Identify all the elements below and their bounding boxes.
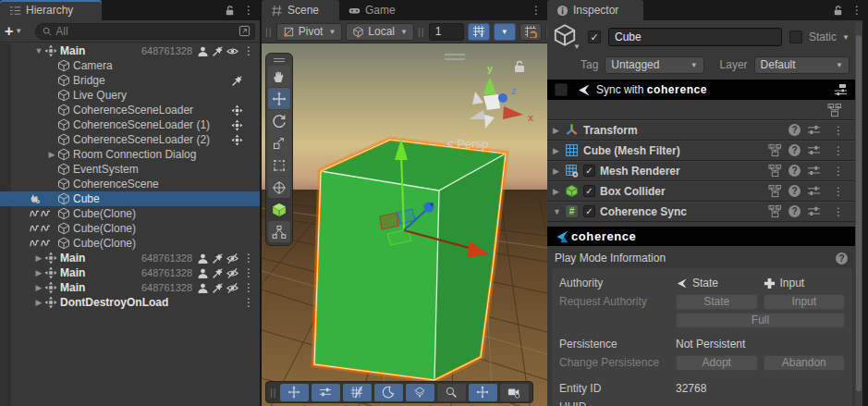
network-icon[interactable] (768, 143, 782, 157)
request-input-button[interactable]: Input (764, 294, 846, 310)
row-options-icon[interactable]: ⋮ (241, 44, 256, 57)
hierarchy-row[interactable]: ▶Room Connection Dialog (0, 147, 260, 162)
hierarchy-row[interactable]: CoherenceSceneLoader (1) (0, 117, 260, 132)
expand-arrow[interactable]: ▼ (33, 46, 44, 55)
gameobject-cube-icon[interactable]: ▼ (553, 23, 581, 51)
component-enabled-checkbox[interactable]: ✓ (583, 185, 595, 197)
hierarchy-search[interactable] (35, 23, 255, 40)
search-input[interactable] (55, 25, 238, 38)
preset-icon[interactable] (807, 204, 821, 218)
rect-tool-button[interactable] (268, 154, 290, 176)
view-options-overlay-button[interactable] (406, 384, 434, 401)
component-menu-icon[interactable]: ⋮ (827, 205, 850, 218)
pinoff-icon[interactable] (212, 267, 224, 279)
transform-tool-button[interactable] (268, 177, 290, 198)
preset-icon[interactable] (807, 164, 821, 178)
hierarchy-row[interactable]: Camera (0, 58, 260, 73)
hierarchy-row[interactable]: Cube(Clone) (0, 206, 260, 221)
preset-icon[interactable] (807, 143, 821, 157)
expand-arrow[interactable]: ▶ (553, 187, 565, 196)
scene-icon[interactable] (231, 134, 243, 146)
pinoff-icon[interactable] (231, 75, 243, 87)
sync-config-icon[interactable] (834, 83, 848, 97)
layer-dropdown[interactable]: Default ▼ (754, 56, 850, 74)
component-header[interactable]: ▶Cube (Mesh Filter)?⋮ (547, 141, 855, 161)
overlay-bar-grip[interactable]: || (270, 387, 277, 398)
scale-tool-button[interactable] (268, 132, 290, 154)
expand-arrow[interactable]: ▶ (553, 166, 565, 176)
network-icon[interactable] (768, 164, 782, 178)
expand-arrow[interactable]: ▼ (553, 207, 565, 216)
network-icon[interactable] (768, 184, 782, 198)
active-checkbox[interactable]: ✓ (588, 31, 601, 43)
expand-arrow[interactable]: ▶ (33, 298, 44, 307)
lighting-overlay-button[interactable] (374, 384, 403, 401)
grid-size-field[interactable] (429, 23, 464, 41)
palette-drag-handle[interactable] (268, 56, 290, 64)
help-icon[interactable]: ? (789, 165, 801, 177)
sync-checkbox[interactable] (555, 83, 568, 96)
tools-overlay-button[interactable] (280, 384, 309, 401)
component-header[interactable]: ▶✓Box Collider?⋮ (547, 181, 855, 202)
tab-inspector[interactable]: Inspector (547, 0, 643, 20)
expand-arrow[interactable]: ▶ (46, 150, 57, 159)
component-menu-icon[interactable]: ⋮ (827, 144, 850, 157)
hierarchy-row[interactable]: ▶DontDestroyOnLoad⋮ (0, 295, 260, 310)
help-icon[interactable]: ? (789, 144, 801, 156)
adopt-button[interactable]: Adopt (676, 355, 758, 371)
eyeoff-icon[interactable] (226, 267, 238, 279)
expand-arrow[interactable]: ▶ (33, 283, 44, 292)
help-icon[interactable]: ? (789, 185, 801, 197)
expand-arrow[interactable]: ▶ (33, 253, 44, 263)
inspector-scrollbar[interactable] (855, 22, 862, 406)
pivot-dropdown[interactable]: Pivot ▼ (276, 23, 343, 41)
tag-dropdown[interactable]: Untagged ▼ (605, 56, 703, 74)
pinoff-icon[interactable] (212, 45, 224, 57)
hierarchy-row[interactable]: ▶Main648761328⋮ (0, 251, 260, 265)
expand-arrow[interactable]: ▶ (553, 146, 565, 155)
hierarchy-row[interactable]: Live Query (0, 88, 260, 103)
request-full-button[interactable]: Full (676, 313, 845, 328)
help-icon[interactable]: ? (789, 205, 801, 217)
preset-icon[interactable] (807, 184, 821, 198)
person-icon[interactable] (197, 267, 209, 279)
tab-scene[interactable]: Scene (262, 0, 339, 20)
preset-icon[interactable] (807, 123, 821, 137)
grid-snap-y-button[interactable]: Y (468, 23, 490, 41)
expand-arrow[interactable]: ▶ (553, 126, 565, 135)
eyeoff-icon[interactable] (226, 282, 238, 294)
hierarchy-row[interactable]: EventSystem (0, 162, 260, 177)
pinoff-icon[interactable] (212, 252, 224, 265)
gameobject-name-field[interactable] (608, 28, 782, 46)
local-dropdown[interactable]: Local ▼ (346, 23, 414, 41)
add-object-button[interactable]: +▼ (5, 23, 22, 40)
cameras-overlay-button[interactable] (500, 384, 529, 401)
person-icon[interactable] (197, 252, 209, 265)
coherence-cube-tool-button[interactable] (268, 199, 290, 220)
hierarchy-row[interactable]: CoherenceScene (0, 177, 260, 191)
abandon-button[interactable]: Abandon (764, 355, 846, 371)
help-icon[interactable]: ? (789, 124, 801, 136)
person-icon[interactable] (197, 282, 209, 294)
component-menu-icon[interactable]: ⋮ (827, 124, 850, 137)
component-menu-icon[interactable]: ⋮ (827, 165, 850, 178)
grid-snap-y-caret[interactable]: ▼ (494, 23, 516, 41)
hierarchy-row[interactable]: CoherenceSceneLoader (0, 103, 260, 117)
hierarchy-menu-icon[interactable]: ⋮ (238, 0, 260, 20)
component-enabled-checkbox[interactable]: ✓ (583, 165, 595, 177)
rotate-tool-button[interactable] (268, 110, 290, 131)
row-options-icon[interactable]: ⋮ (241, 252, 256, 265)
scene-viewport[interactable]: y z x < Persp || (262, 43, 547, 406)
lock-icon[interactable] (224, 5, 236, 17)
row-options-icon[interactable]: ⋮ (241, 296, 256, 309)
snap-settings-button[interactable] (520, 23, 542, 41)
inspector-lock-icon[interactable] (832, 5, 844, 17)
open-search-window-icon[interactable] (238, 25, 251, 37)
network-icon[interactable] (768, 204, 782, 218)
toolbar-grip2[interactable]: || (418, 26, 425, 37)
component-header[interactable]: ▶Transform?⋮ (547, 120, 855, 141)
hierarchy-row[interactable]: Cube(Clone) (0, 236, 260, 251)
eye-icon[interactable] (226, 45, 238, 57)
component-menu-icon[interactable]: ⋮ (827, 185, 850, 198)
hierarchy-row[interactable]: Cube (0, 191, 260, 206)
